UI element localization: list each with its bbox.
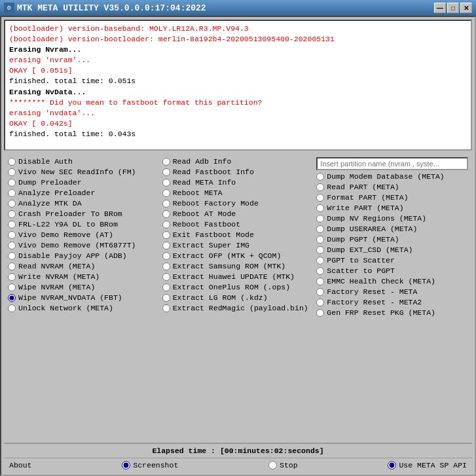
option-label[interactable]: Format PART (META) — [327, 193, 408, 202]
option-radio[interactable] — [8, 231, 16, 239]
option-item[interactable]: Dump USERAREA (META) — [316, 225, 468, 233]
use-meta-sp-api-radio[interactable] — [388, 461, 396, 469]
title-controls[interactable]: — □ ✕ — [434, 3, 472, 13]
option-label[interactable]: Reboot Fastboot — [173, 220, 241, 229]
option-item[interactable]: Extract OFP (MTK + QCOM) — [162, 251, 314, 260]
option-item[interactable]: Exit Fastboot Mode — [162, 230, 314, 239]
option-item[interactable]: Read META Info — [162, 178, 314, 187]
option-label[interactable]: Dump NV Regions (META) — [327, 214, 426, 223]
option-radio[interactable] — [8, 252, 16, 260]
option-radio[interactable] — [162, 168, 170, 176]
option-radio[interactable] — [162, 263, 170, 270]
option-label[interactable]: Extract LG ROM (.kdz) — [173, 293, 268, 302]
use-meta-sp-api-item[interactable]: Use META SP API — [388, 461, 467, 469]
option-radio[interactable] — [162, 294, 170, 302]
option-radio[interactable] — [8, 210, 16, 218]
option-item[interactable]: Write PART (META) — [316, 204, 468, 212]
option-label[interactable]: Read META Info — [173, 178, 236, 187]
option-item[interactable]: Vivo Demo Remove (AT) — [8, 230, 160, 239]
option-label[interactable]: Gen FRP Reset PKG (META) — [327, 308, 435, 317]
option-item[interactable]: Read NVRAM (META) — [8, 262, 160, 270]
option-label[interactable]: Dump Modem Database (META) — [327, 172, 444, 181]
option-radio[interactable] — [8, 273, 16, 281]
option-item[interactable]: Read Adb Info — [162, 157, 314, 166]
option-label[interactable]: Read NVRAM (META) — [18, 262, 95, 270]
option-item[interactable]: Vivo New SEC ReadInfo (FM) — [8, 168, 160, 176]
option-label[interactable]: PGPT to Scatter — [327, 256, 395, 265]
option-label[interactable]: Extract Huawei UPDATE (MTK) — [173, 272, 295, 281]
stop-item[interactable]: Stop — [268, 461, 298, 469]
option-radio[interactable] — [162, 158, 170, 166]
option-radio[interactable] — [316, 267, 324, 275]
option-radio[interactable] — [8, 294, 16, 302]
option-label[interactable]: Factory Reset - META — [327, 287, 417, 296]
option-item[interactable]: Extract Huawei UPDATE (MTK) — [162, 272, 314, 281]
option-item[interactable]: Reboot META — [162, 189, 314, 197]
minimize-button[interactable]: — — [434, 3, 446, 13]
option-radio[interactable] — [162, 284, 170, 291]
option-label[interactable]: Exit Fastboot Mode — [173, 230, 254, 239]
option-label[interactable]: Read PART (META) — [327, 183, 399, 191]
option-radio[interactable] — [8, 158, 16, 166]
option-item[interactable]: Write NVRAM (META) — [8, 272, 160, 281]
option-item[interactable]: Vivo Demo Remove (MT6877T) — [8, 241, 160, 249]
option-label[interactable]: Analyze MTK DA — [18, 199, 82, 208]
close-button[interactable]: ✕ — [460, 3, 472, 13]
option-item[interactable]: Reboot AT Mode — [162, 210, 314, 218]
option-radio[interactable] — [316, 215, 324, 223]
option-label[interactable]: Dump Preloader — [18, 178, 82, 187]
option-radio[interactable] — [8, 179, 16, 187]
option-item[interactable]: Analyze Preloader — [8, 189, 160, 197]
option-item[interactable]: Reboot Factory Mode — [162, 199, 314, 208]
option-item[interactable]: Scatter to PGPT — [316, 266, 468, 275]
option-item[interactable]: Dump NV Regions (META) — [316, 214, 468, 223]
option-label[interactable]: Wipe NVRAM_NVDATA (FBT) — [18, 293, 122, 302]
use-meta-sp-api-label[interactable]: Use META SP API — [399, 461, 467, 469]
option-radio[interactable] — [316, 246, 324, 254]
partition-input[interactable] — [316, 157, 468, 170]
stop-label[interactable]: Stop — [280, 461, 298, 469]
option-item[interactable]: Unlock Network (META) — [8, 304, 160, 312]
option-radio[interactable] — [162, 179, 170, 187]
about-item[interactable]: About — [9, 461, 32, 469]
option-item[interactable]: Dump EXT_CSD (META) — [316, 246, 468, 254]
option-label[interactable]: EMMC Health Check (META) — [327, 277, 435, 285]
option-radio[interactable] — [8, 304, 16, 312]
option-label[interactable]: Write NVRAM (META) — [18, 272, 100, 281]
option-label[interactable]: Reboot META — [173, 189, 223, 197]
option-item[interactable]: Crash Preloader To BRom — [8, 210, 160, 218]
screenshot-radio[interactable] — [122, 461, 130, 469]
option-radio[interactable] — [8, 263, 16, 270]
option-item[interactable]: FRL-L22 Y9A DL to BRom — [8, 220, 160, 229]
option-item[interactable]: Factory Reset - META2 — [316, 298, 468, 306]
option-radio[interactable] — [162, 200, 170, 208]
option-item[interactable]: Factory Reset - META — [316, 287, 468, 296]
option-radio[interactable] — [316, 299, 324, 306]
option-item[interactable]: Dump Modem Database (META) — [316, 172, 468, 181]
option-item[interactable]: Extract RedMagic (payload.bin) — [162, 304, 314, 312]
option-radio[interactable] — [316, 173, 324, 181]
option-item[interactable]: Format PART (META) — [316, 193, 468, 202]
option-item[interactable]: Wipe NVRAM (META) — [8, 283, 160, 291]
option-radio[interactable] — [316, 257, 324, 265]
option-label[interactable]: Dump EXT_CSD (META) — [327, 246, 412, 254]
option-radio[interactable] — [8, 200, 16, 208]
option-item[interactable]: Extract OnePlus ROM (.ops) — [162, 283, 314, 291]
option-radio[interactable] — [8, 168, 16, 176]
option-radio[interactable] — [162, 252, 170, 260]
option-label[interactable]: Write PART (META) — [327, 204, 403, 212]
option-label[interactable]: Disable Auth — [18, 157, 73, 166]
option-label[interactable]: Vivo Demo Remove (AT) — [18, 230, 113, 239]
option-label[interactable]: Dump PGPT (META) — [327, 235, 399, 244]
option-radio[interactable] — [8, 221, 16, 229]
option-item[interactable]: Read Fastboot Info — [162, 168, 314, 176]
option-radio[interactable] — [316, 204, 324, 212]
option-label[interactable]: Extract Super IMG — [173, 241, 249, 249]
option-radio[interactable] — [316, 309, 324, 317]
option-label[interactable]: Vivo New SEC ReadInfo (FM) — [18, 168, 136, 176]
option-radio[interactable] — [162, 210, 170, 218]
option-label[interactable]: Extract RedMagic (payload.bin) — [173, 304, 308, 312]
option-label[interactable]: Reboot AT Mode — [173, 210, 236, 218]
maximize-button[interactable]: □ — [447, 3, 459, 13]
option-item[interactable]: Extract Super IMG — [162, 241, 314, 249]
